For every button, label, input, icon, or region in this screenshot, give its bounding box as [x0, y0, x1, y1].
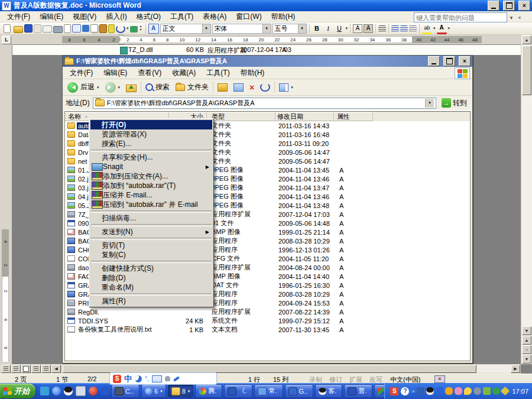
scrollbar-thumb[interactable] [522, 46, 531, 95]
italic-button[interactable]: I [323, 24, 333, 33]
context-menu-item[interactable]: 资源管理器(X) [90, 129, 212, 139]
font-size-dropdown-icon[interactable]: ▾ [298, 24, 306, 33]
context-menu-item[interactable]: 共享和安全(H)... [90, 153, 212, 162]
save-icon[interactable] [24, 24, 33, 33]
context-menu-item[interactable]: 重命名(M) [90, 283, 212, 292]
font-color-dropdown-icon[interactable]: ▾ [448, 26, 450, 31]
context-menu-item[interactable]: 打开(O) [90, 120, 212, 129]
explorer-menu-item[interactable]: 查看(V) [133, 67, 166, 79]
font-dropdown-icon[interactable]: ▾ [262, 24, 271, 33]
new-doc-icon[interactable] [4, 24, 11, 33]
word-menu-item[interactable]: 表格(A) [198, 11, 231, 22]
tray-icon[interactable] [445, 387, 453, 395]
views-button[interactable]: ▾ [277, 83, 295, 92]
research-icon[interactable] [82, 25, 89, 32]
help-dropdown-icon[interactable]: ▾ [507, 13, 515, 22]
tray-icon[interactable] [483, 387, 491, 395]
word-menu-item[interactable]: 工具(T) [166, 11, 198, 22]
explorer-menu-item[interactable]: 帮助(H) [236, 67, 270, 79]
taskbar-window-button[interactable]: C.. [111, 384, 140, 398]
clock[interactable]: 17:07 [512, 388, 528, 395]
soft-keyboard-icon[interactable] [152, 375, 162, 382]
taskbar-window-button[interactable]: 6 ▾ [141, 384, 166, 398]
context-menu-item[interactable]: 扫描病毒... [90, 213, 212, 223]
email-icon[interactable] [43, 25, 52, 33]
char-border-icon[interactable]: A [353, 24, 362, 33]
outline-view-icon[interactable] [31, 365, 41, 373]
undo-button[interactable] [258, 82, 272, 92]
word-menu-item[interactable]: 视图(V) [68, 11, 101, 22]
fullwidth-icon[interactable] [135, 375, 142, 382]
word-menu-item[interactable]: 插入(I) [101, 11, 131, 22]
taskbar-window-button[interactable]: 8 ▾ [168, 384, 194, 398]
column-header[interactable]: 修改日期 [275, 112, 334, 121]
quick-launch-icon[interactable] [89, 387, 98, 395]
up-button[interactable] [124, 82, 138, 93]
quick-launch-icon[interactable] [52, 387, 61, 395]
context-menu-item[interactable]: 属性(R) [90, 296, 212, 306]
file-name[interactable]: 备份恢复工具使用说明.txt [77, 325, 153, 334]
word-menu-item[interactable]: 文件(F) [2, 11, 35, 22]
word-menu-item[interactable]: 格式(O) [132, 11, 166, 22]
sogou-logo-icon[interactable]: S [113, 375, 121, 383]
table-row[interactable]: 备份恢复工具使用说明.txt 1 KB 文本文档 2007-11-30 13:4… [65, 325, 470, 334]
word-vertical-scrollbar[interactable]: ▲ ▼ ▲ ○ ▼ [521, 35, 532, 364]
style-dropdown-icon[interactable]: ▾ [202, 24, 210, 33]
delete-button[interactable]: × [248, 83, 256, 92]
print-preview-icon[interactable] [64, 24, 71, 33]
styles-icon[interactable]: A [148, 24, 159, 34]
help-tray-icon[interactable]: ? [401, 387, 409, 395]
web-layout-view-icon[interactable] [11, 365, 21, 373]
tray-icon[interactable] [436, 387, 443, 395]
move-to-button[interactable] [216, 83, 229, 92]
start-button[interactable]: 开始 [0, 384, 35, 398]
normal-view-icon[interactable] [1, 365, 11, 373]
taskbar-window-button[interactable]: 客. [315, 384, 342, 398]
restore-button[interactable] [503, 1, 515, 11]
scroll-down-icon[interactable]: ▼ [522, 326, 531, 335]
context-menu-item[interactable]: Snagit ▶ [90, 162, 212, 171]
close-button[interactable]: × [459, 56, 471, 66]
indent-icon[interactable] [409, 25, 417, 32]
quick-launch-icon[interactable] [64, 387, 73, 395]
help-input[interactable] [414, 12, 507, 22]
sogou-tray-icon[interactable]: S [390, 387, 398, 395]
scroll-up-icon[interactable]: ▲ [522, 35, 531, 44]
print-icon[interactable] [53, 26, 63, 33]
font-size-combobox[interactable]: 五号 ▾ [273, 24, 307, 34]
tray-icon[interactable] [492, 387, 500, 395]
address-dropdown-icon[interactable]: ▾ [425, 99, 434, 108]
context-menu-item[interactable]: 复制(C) [90, 250, 212, 259]
file-name[interactable]: RegDll. [77, 309, 100, 316]
copy-icon[interactable] [90, 24, 98, 33]
font-color-icon[interactable]: A [437, 23, 447, 34]
permission-icon[interactable] [34, 24, 41, 33]
minimize-button[interactable] [428, 56, 440, 66]
highlight-dropdown-icon[interactable]: ▾ [433, 26, 436, 31]
close-button[interactable]: × [518, 1, 530, 11]
back-dropdown-icon[interactable]: ▾ [97, 85, 99, 90]
context-menu-item[interactable]: 剪切(T) [90, 241, 212, 250]
spelling-icon[interactable] [72, 24, 81, 33]
underline-dropdown-icon[interactable]: ▾ [346, 26, 348, 31]
taskbar-window-button[interactable]: 《. [224, 384, 252, 398]
tray-icon[interactable] [455, 387, 462, 395]
tray-icon[interactable] [426, 387, 434, 395]
table-row[interactable]: TDDI.SYS 24 KB 系统文件 1999-07-29 15:12 A [65, 316, 470, 325]
previous-page-icon[interactable]: ▲ [522, 336, 531, 345]
format-painter-icon[interactable] [108, 24, 115, 33]
toolbar-overflow-icon[interactable]: ▾▾ [139, 25, 143, 31]
explorer-title-bar[interactable]: F:\管家婆软件\辉煌dbf\GRASP普及A\GRASP普及A × [63, 56, 472, 67]
search-button[interactable]: 搜索 [144, 82, 171, 93]
context-menu-item[interactable]: 压缩到 “autobak.rar” 并 E-mail [90, 200, 212, 209]
context-menu-item[interactable]: 搜索(E)... [90, 139, 212, 148]
bold-button[interactable]: B [312, 24, 322, 33]
ime-toolbar[interactable]: S 中 °, [109, 372, 217, 385]
scroll-right-icon[interactable]: ▶ [511, 365, 520, 373]
context-menu-item[interactable]: 添加到压缩文件(A)... [90, 171, 212, 181]
scrollbar-thumb[interactable] [63, 365, 476, 373]
style-combobox[interactable]: 正文 ▾ [160, 24, 211, 34]
maximize-button[interactable] [443, 56, 455, 66]
table-row[interactable]: RegDll. 应用程序扩展 2007-08-22 14:39 A [65, 307, 470, 316]
quick-launch-icon[interactable] [100, 387, 109, 395]
